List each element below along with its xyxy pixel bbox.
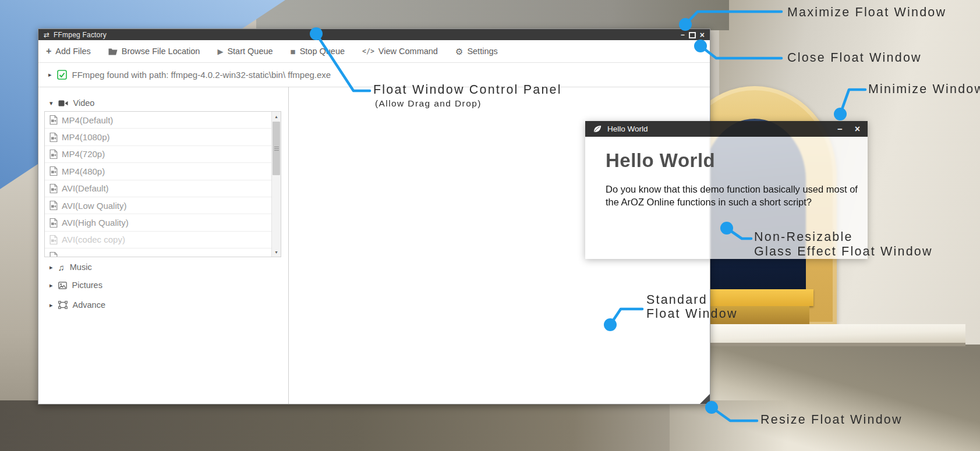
wallpaper-window-crossbar	[696, 289, 813, 306]
stop-queue-label: Stop Queue	[300, 47, 345, 56]
scroll-down-button[interactable]: ▾	[272, 247, 281, 257]
maximize-button[interactable]	[689, 32, 696, 38]
expand-caret-icon: ▸	[48, 72, 52, 78]
stop-queue-button[interactable]: ■ Stop Queue	[291, 47, 345, 56]
scroll-up-button[interactable]: ▴	[272, 112, 281, 121]
wallpaper-shaded-band	[256, 0, 729, 30]
sidebar-section-advance[interactable]: ▸ Advance	[49, 299, 105, 311]
list-item-mp4-480p[interactable]: MP4(480p)	[45, 163, 271, 180]
video-section-label: Video	[73, 98, 95, 108]
wallpaper-bottom-shadow	[0, 400, 795, 451]
minimize-button[interactable]: −	[681, 31, 685, 38]
settings-label: Settings	[467, 47, 497, 56]
annotation-resize-label: Resize Float Window	[760, 413, 903, 427]
sidebar-section-music[interactable]: ▸ ♫ Music	[49, 261, 92, 273]
list-item-mp4-default[interactable]: MP4(Default)	[45, 112, 271, 129]
toolbar: + Add Files Browse File Location ▶ Start…	[38, 40, 710, 63]
close-button[interactable]: ×	[855, 125, 860, 134]
browse-file-location-label: Browse File Location	[122, 47, 200, 56]
list-item-avi-high-quality[interactable]: AVI(High Quality)	[45, 214, 271, 231]
video-camera-icon	[58, 100, 68, 107]
annotation-minimize-label: Minimize Window	[868, 82, 980, 97]
sidebar-divider	[288, 87, 289, 404]
file-video-icon	[49, 252, 58, 257]
list-item-label: AVI(Low Quality)	[62, 201, 126, 211]
file-video-icon	[49, 218, 58, 228]
code-icon: </>	[362, 47, 374, 55]
add-files-button[interactable]: + Add Files	[46, 47, 91, 56]
annotation-control-panel-label: Float Window Control Panel	[373, 83, 562, 97]
resize-handle[interactable]	[700, 394, 710, 404]
list-item-mp4-1080p[interactable]: MP4(1080p)	[45, 129, 271, 145]
list-item-avi-codec-copy[interactable]: AVI(codec copy)	[45, 232, 271, 248]
start-queue-button[interactable]: ▶ Start Queue	[217, 47, 273, 56]
scrollbar-grip-icon	[274, 147, 279, 151]
list-item-label: MP4(Default)	[62, 115, 113, 125]
leaf-icon	[593, 125, 602, 133]
list-item-avi-low-quality[interactable]: AVI(Low Quality)	[45, 197, 271, 214]
folder-open-icon	[108, 48, 118, 55]
annotation-glass-label-line1: Non-Resizable	[754, 230, 853, 244]
file-video-icon	[49, 235, 58, 244]
browse-file-location-button[interactable]: Browse File Location	[108, 47, 200, 56]
caret-right-icon: ▸	[49, 282, 53, 289]
list-item-label: AVI(codec copy)	[62, 235, 125, 244]
settings-button[interactable]: ⚙ Settings	[455, 47, 498, 56]
annotation-standard-label-line1: Standard	[646, 293, 707, 307]
caret-right-icon: ▸	[49, 264, 53, 271]
wallpaper-window-sill	[703, 324, 965, 346]
add-files-label: Add Files	[55, 47, 90, 56]
hello-world-heading: Hello World	[606, 150, 715, 172]
annotation-standard-label-line2: Float Window	[646, 307, 738, 321]
list-item-clipped[interactable]	[45, 248, 271, 257]
advance-section-label: Advance	[73, 300, 105, 310]
gear-icon: ⚙	[455, 47, 463, 56]
music-note-icon: ♫	[58, 263, 65, 272]
pictures-section-label: Pictures	[72, 280, 102, 290]
list-item-label: AVI(High Quality)	[62, 218, 129, 228]
plus-icon: +	[46, 47, 51, 56]
file-video-icon	[49, 133, 58, 142]
annotation-close-label: Close Float Window	[787, 51, 922, 65]
annotation-maximize-label: Maximize Float Window	[787, 5, 946, 20]
picture-icon	[58, 282, 67, 289]
file-video-icon	[49, 166, 58, 176]
file-video-icon	[49, 150, 58, 159]
file-video-icon	[49, 115, 58, 125]
desktop: ⇄ FFmpeg Factory − × + Add Files Browse …	[0, 0, 980, 451]
close-button[interactable]: ×	[700, 31, 705, 39]
sidebar-section-video[interactable]: ▾ Video	[49, 97, 94, 109]
hello-world-title-bar[interactable]: Hello World − ×	[585, 121, 868, 137]
ffmpeg-title-bar[interactable]: ⇄ FFmpeg Factory − ×	[38, 29, 710, 40]
window-title: Hello World	[607, 125, 648, 133]
window-title: FFmpeg Factory	[54, 31, 107, 39]
list-scrollbar[interactable]: ▴ ▾	[271, 112, 281, 257]
exchange-arrows-icon: ⇄	[44, 31, 49, 38]
play-icon: ▶	[217, 48, 223, 55]
annotation-glass-label-line2: Glass Effect Float Window	[754, 244, 933, 259]
hello-world-text: Do you know that this demo function basi…	[606, 183, 862, 209]
video-preset-list: MP4(Default) MP4(1080p) MP4(720p) MP4(48…	[44, 111, 281, 257]
scrollbar-thumb[interactable]	[273, 122, 280, 175]
sidebar-section-pictures[interactable]: ▸ Pictures	[49, 279, 102, 291]
green-check-icon	[57, 70, 67, 80]
file-video-icon	[49, 201, 58, 210]
view-command-label: View Command	[378, 47, 438, 56]
list-item-label: MP4(720p)	[62, 149, 105, 159]
caret-right-icon: ▸	[49, 302, 53, 308]
list-item-label: AVI(Default)	[62, 183, 109, 193]
list-item-label: MP4(1080p)	[62, 132, 110, 142]
view-command-button[interactable]: </> View Command	[362, 47, 438, 56]
list-item-avi-default[interactable]: AVI(Default)	[45, 180, 271, 197]
video-preset-rows: MP4(Default) MP4(1080p) MP4(720p) MP4(48…	[45, 112, 271, 257]
file-video-icon	[49, 184, 58, 193]
list-item-mp4-720p[interactable]: MP4(720p)	[45, 146, 271, 163]
object-group-icon	[58, 301, 68, 309]
minimize-button[interactable]: −	[837, 125, 843, 133]
list-item-label: MP4(480p)	[62, 166, 105, 176]
start-queue-label: Start Queue	[227, 47, 273, 56]
caret-down-icon: ▾	[49, 100, 53, 106]
stop-icon: ■	[291, 47, 296, 56]
music-section-label: Music	[70, 262, 92, 272]
ffmpeg-path-text: FFmpeg found with path: ffmpeg-4.0.2-win…	[72, 70, 331, 80]
